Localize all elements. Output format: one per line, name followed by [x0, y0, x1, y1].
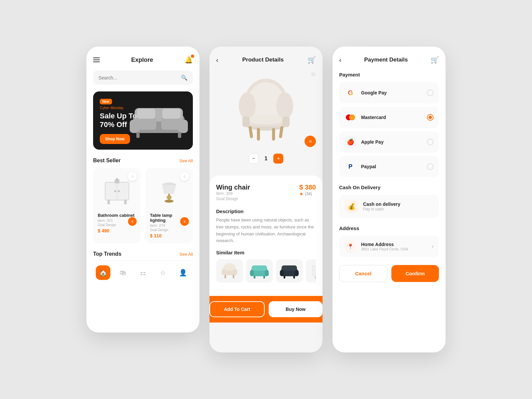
- search-bar[interactable]: 🔍: [93, 70, 193, 85]
- mastercard-radio[interactable]: [427, 114, 434, 121]
- paypal-radio[interactable]: [427, 163, 434, 170]
- svg-rect-38: [222, 269, 226, 275]
- products-grid: ☆ ≡: [93, 168, 193, 243]
- explore-title: Explore: [131, 57, 153, 64]
- payment-back-button[interactable]: ‹: [339, 56, 341, 64]
- product-full-brand: Goal Design: [216, 197, 250, 201]
- cancel-button[interactable]: Cancel: [339, 265, 387, 282]
- address-section-label: Address: [339, 225, 439, 231]
- payment-option-google[interactable]: G Google Pay: [339, 82, 439, 103]
- home-icon: 🏠: [96, 265, 110, 280]
- product-name-section: Wing chair item: 309 Goal Design: [216, 184, 250, 203]
- svg-rect-49: [280, 270, 284, 276]
- paypal-logo: P: [344, 161, 356, 173]
- google-pay-label: Google Pay: [361, 90, 427, 95]
- similar-item-4[interactable]: [306, 259, 316, 283]
- grid-icon: ⚏: [136, 265, 150, 280]
- product-cart-icon[interactable]: 🛒: [308, 56, 316, 64]
- payment-option-mastercard[interactable]: Mastercard: [339, 107, 439, 128]
- wishlist-btn-1[interactable]: ☆: [128, 172, 137, 181]
- svg-rect-18: [124, 200, 126, 204]
- product-wishlist-btn[interactable]: ☆: [311, 70, 316, 78]
- cod-info: Cash on delivery Pay in cash: [363, 201, 400, 211]
- product-screen-top: ‹ Product Details 🛒 ☆: [209, 47, 323, 170]
- quantity-increase-btn[interactable]: +: [273, 154, 283, 164]
- product-price-2: $ 110: [150, 233, 188, 238]
- payment-option-paypal[interactable]: P Paypal: [339, 156, 439, 177]
- menu-icon[interactable]: [93, 58, 100, 62]
- similar-item-3[interactable]: [276, 259, 303, 283]
- address-section: Address 📍 Home Address 3801 Lake Floyd C…: [339, 225, 439, 257]
- payment-screen: ‹ Payment Details 🛒 Payment G Google Pay: [332, 47, 446, 352]
- svg-rect-30: [242, 116, 250, 127]
- svg-point-26: [276, 92, 293, 119]
- wishlist-btn-2[interactable]: ☆: [180, 172, 189, 181]
- paypal-label: Paypal: [361, 164, 427, 169]
- nav-profile[interactable]: 👤: [176, 265, 190, 280]
- payment-option-apple[interactable]: 🍎 Apple Pay: [339, 131, 439, 153]
- svg-rect-39: [233, 269, 237, 275]
- product-full-name: Wing chair: [216, 184, 250, 191]
- svg-rect-47: [263, 276, 265, 279]
- svg-rect-8: [137, 109, 155, 119]
- quantity-decrease-btn[interactable]: −: [249, 154, 259, 164]
- svg-point-25: [239, 92, 256, 119]
- apple-pay-radio[interactable]: [427, 139, 434, 145]
- cod-title: Cash on delivery: [363, 201, 400, 207]
- svg-rect-17: [107, 200, 110, 204]
- add-cart-btn-1[interactable]: ≡: [128, 217, 137, 226]
- buy-now-button[interactable]: Buy Now: [269, 301, 323, 317]
- payment-cart-icon[interactable]: 🛒: [431, 56, 439, 64]
- search-icon: 🔍: [181, 74, 188, 81]
- search-input[interactable]: [98, 75, 181, 80]
- svg-rect-40: [224, 275, 226, 278]
- notification-bell[interactable]: 🔔: [185, 56, 193, 64]
- svg-rect-44: [265, 270, 269, 276]
- product-actions: Add To Cart Buy Now: [209, 296, 323, 323]
- payment-details-title: Payment Details: [364, 57, 408, 63]
- address-option[interactable]: 📍 Home Address 3801 Lake Floyd Circle, U…: [339, 236, 439, 257]
- product-price-1: $ 490: [98, 228, 136, 233]
- apple-pay-label: Apple Pay: [361, 139, 427, 145]
- best-seller-see-all[interactable]: See All: [180, 158, 193, 163]
- google-pay-radio[interactable]: [427, 89, 434, 96]
- similar-item-1[interactable]: [216, 259, 243, 283]
- back-button[interactable]: ‹: [216, 56, 218, 64]
- product-info-top: Wing chair item: 309 Goal Design $ 380 ★…: [216, 184, 316, 203]
- paypal-p-icon: P: [348, 163, 352, 170]
- product-screen-header: ‹ Product Details 🛒: [216, 56, 316, 64]
- star-nav-icon: ☆: [156, 265, 170, 280]
- mastercard-logo-circles: [346, 114, 355, 120]
- nav-wishlist[interactable]: ☆: [156, 265, 170, 280]
- svg-rect-46: [254, 276, 255, 279]
- best-seller-header: Best Seller See All: [93, 158, 193, 164]
- similar-item-2[interactable]: [246, 259, 273, 283]
- promo-banner: New Cyber Monday Sale Up To70% Off Shop …: [93, 91, 193, 150]
- nav-home[interactable]: 🏠: [96, 265, 110, 280]
- product-screen: ‹ Product Details 🛒 ☆: [209, 47, 323, 352]
- apple-icon: 🍎: [347, 138, 354, 146]
- description-text: People have been using natural objects, …: [216, 217, 316, 244]
- cod-option[interactable]: 💰 Cash on delivery Pay in cash: [339, 195, 439, 218]
- nav-cart[interactable]: 🛍: [116, 265, 130, 280]
- add-to-cart-button[interactable]: Add To Cart: [209, 301, 265, 317]
- address-subtitle: 3801 Lake Floyd Circle, USA: [361, 247, 432, 251]
- nav-categories[interactable]: ⚏: [136, 265, 150, 280]
- svg-rect-41: [233, 275, 234, 278]
- svg-rect-33: [257, 128, 260, 141]
- product-price-section: $ 380 ★ (34): [299, 184, 316, 197]
- product-card-2[interactable]: ☆ ≡ Table lamp lighting item: 27: [145, 168, 193, 243]
- svg-point-29: [246, 115, 286, 124]
- explore-screen: Explore 🔔 🔍 New Cyber Monday Sale Up To7…: [86, 47, 200, 332]
- product-card-1[interactable]: ☆ ≡: [93, 168, 141, 243]
- product-menu-btn[interactable]: ≡: [305, 136, 316, 147]
- promo-new-badge: New: [100, 99, 112, 104]
- svg-point-22: [167, 196, 172, 200]
- svg-rect-53: [293, 276, 295, 279]
- add-cart-btn-2[interactable]: ≡: [180, 217, 189, 226]
- shop-now-button[interactable]: Shop Now: [100, 134, 130, 144]
- confirm-button[interactable]: Confirm: [391, 265, 439, 282]
- top-trends-see-all[interactable]: See All: [180, 252, 193, 257]
- svg-rect-16: [116, 178, 118, 181]
- svg-rect-45: [252, 265, 267, 270]
